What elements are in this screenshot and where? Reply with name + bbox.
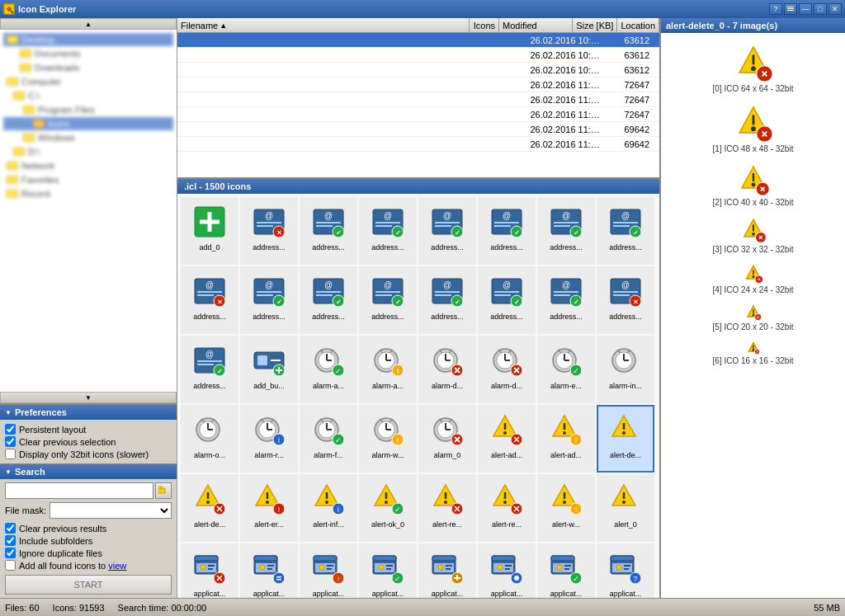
start-button[interactable]: START (5, 575, 172, 595)
display-32bit-row: Display only 32bit icons (slower) (5, 448, 172, 460)
icon-cell[interactable]: @ ✓ address... (359, 197, 417, 265)
clear-selection-checkbox[interactable] (5, 436, 16, 447)
sidebar-scroll-up[interactable]: ▲ (0, 18, 177, 30)
icon-cell[interactable]: ! alert-ad... (537, 405, 595, 473)
size-item[interactable]: [3] ICO 32 x 32 - 32bit (664, 214, 842, 257)
icon-cell[interactable]: applicat... (418, 543, 476, 598)
svg-point-476 (752, 233, 755, 236)
search-header[interactable]: ▼ Search (0, 464, 177, 479)
file-row[interactable]: 26.02.2016 10:49:52 63612 (177, 48, 659, 63)
icon-cell[interactable]: ! alarm-a... (359, 336, 417, 403)
help-button[interactable]: ? (769, 3, 782, 15)
preferences-header[interactable]: ▼ Preferences (0, 405, 177, 420)
icon-cell[interactable]: ✓ applicat... (359, 543, 417, 598)
icon-cell[interactable]: alarm_0 (418, 405, 476, 473)
file-row[interactable]: 26.02.2016 11:08:40 72647 (177, 78, 659, 92)
icon-label: applicat... (372, 590, 404, 598)
icon-cell[interactable]: @ ✓ address... (478, 266, 536, 334)
icon-cell[interactable]: @ ✕ address... (181, 266, 238, 334)
svg-rect-299 (492, 556, 515, 561)
icon-cell[interactable]: ? applicat... (597, 543, 654, 598)
icon-cell[interactable]: alert-re... (478, 474, 536, 542)
icon-cell[interactable]: alert_0 (597, 474, 654, 542)
file-row[interactable]: 26.02.2016 11:22:08 69642 (177, 137, 659, 152)
file-row[interactable]: 26.02.2016 10:43:50 63612 (177, 63, 659, 78)
icon-cell[interactable]: @ ✓ address... (418, 266, 476, 334)
filemask-select[interactable] (50, 502, 172, 519)
col-header-filename[interactable]: Filename ▲ (177, 18, 470, 32)
icon-cell[interactable]: @ ✓ address... (359, 266, 417, 334)
icon-cell[interactable]: ✓ alarm-e... (537, 336, 595, 403)
size-item[interactable]: [0] ICO 64 x 64 - 32bit (664, 40, 842, 96)
extra-button[interactable] (784, 3, 797, 15)
icon-cell[interactable]: @ ✕ address... (240, 197, 298, 265)
icon-cell[interactable]: ! alarm-w... (359, 405, 417, 473)
svg-text:✓: ✓ (574, 299, 579, 306)
include-subfolders-checkbox[interactable] (5, 535, 16, 546)
icon-cell[interactable]: alert-re... (418, 474, 476, 542)
minimize-button[interactable]: — (799, 3, 812, 15)
col-header-size[interactable]: Size [KB] (573, 18, 617, 32)
icon-cell[interactable]: @ ✓ address... (597, 197, 654, 265)
icon-cell[interactable]: ! alert-w... (537, 474, 595, 542)
icon-cell[interactable]: add_bu... (240, 336, 298, 403)
close-button[interactable]: ✕ (828, 3, 842, 15)
icon-cell[interactable]: applicat... (478, 543, 536, 598)
persistent-layout-checkbox[interactable] (5, 424, 16, 435)
icon-cell[interactable]: alarm-o... (181, 405, 238, 473)
file-row[interactable]: 26.02.2016 10:39:06 63612 (177, 33, 659, 48)
icon-cell[interactable]: ✓ alert-ok_0 (359, 474, 417, 542)
icon-cell[interactable]: ! alert-er... (240, 474, 298, 542)
display-32bit-checkbox[interactable] (5, 449, 16, 459)
icon-cell[interactable]: @ ✕ address... (597, 266, 654, 334)
icon-cell[interactable]: alarm-d... (418, 336, 476, 403)
size-item[interactable]: [6] ICO 16 x 16 - 32bit (664, 338, 842, 369)
sidebar-scroll-down[interactable]: ▼ (0, 392, 177, 403)
icon-grid-scroll[interactable]: add_0 @ ✕ address... @ ✓ address... @ ✓ … (177, 194, 659, 598)
size-item[interactable]: [4] ICO 24 x 24 - 32bit (664, 261, 842, 298)
file-row[interactable]: 26.02.2016 11:17:30 69642 (177, 122, 659, 137)
clear-results-checkbox[interactable] (5, 523, 16, 534)
view-link[interactable]: view (108, 561, 126, 571)
icon-cell[interactable]: @ ✓ address... (537, 266, 595, 334)
search-input[interactable] (5, 482, 153, 499)
icon-image: ! (309, 548, 348, 588)
icon-cell[interactable]: @ ✓ address... (240, 266, 298, 334)
file-row[interactable]: 26.02.2016 11:11:48 72647 (177, 92, 659, 107)
icon-cell[interactable]: i alarm-r... (240, 405, 298, 473)
icon-image (249, 548, 289, 588)
icon-cell[interactable]: @ ✓ address... (537, 197, 595, 265)
icon-cell[interactable]: @ ✓ address... (300, 266, 357, 334)
icon-cell[interactable]: ✓ applicat... (537, 543, 595, 598)
size-item[interactable]: [2] ICO 40 x 40 - 32bit (664, 160, 842, 210)
add-found-icons-checkbox[interactable] (5, 560, 16, 571)
icon-cell[interactable]: @ ✓ address... (418, 197, 476, 265)
maximize-button[interactable]: □ (814, 3, 827, 15)
icon-cell[interactable]: alarm-in... (597, 336, 654, 403)
icon-cell[interactable]: @ ✓ address... (181, 336, 238, 403)
col-header-modified[interactable]: Modified (499, 18, 573, 32)
size-item[interactable]: [1] ICO 48 x 48 - 32bit (664, 100, 842, 157)
col-header-location[interactable]: Location (617, 18, 659, 32)
size-item[interactable]: [5] ICO 20 x 20 - 32bit (664, 301, 842, 335)
icon-cell[interactable]: @ ✓ address... (300, 197, 357, 265)
icon-cell[interactable]: alert-ad... (478, 405, 536, 473)
sidebar-tree[interactable]: Desktop Documents Downloads Computer (0, 30, 177, 392)
icon-cell[interactable]: alarm-d... (478, 336, 536, 403)
icon-cell[interactable]: ✓ alarm-f... (300, 405, 357, 473)
icon-label: add_bu... (253, 382, 285, 391)
icon-cell[interactable]: applicat... (240, 543, 298, 598)
right-panel: alert-delete_0 - 7 image(s) [0] ICO 64 x… (659, 18, 845, 598)
icon-cell[interactable]: ✓ alarm-a... (300, 336, 357, 403)
icon-cell[interactable]: add_0 (181, 197, 238, 265)
col-header-icons[interactable]: Icons (470, 18, 499, 32)
file-row[interactable]: 26.02.2016 11:10:30 72647 (177, 107, 659, 122)
icon-cell[interactable]: ! applicat... (300, 543, 357, 598)
icon-cell[interactable]: @ ✓ address... (478, 197, 536, 265)
icon-cell[interactable]: i alert-inf... (300, 474, 357, 542)
ignore-duplicate-checkbox[interactable] (5, 548, 16, 558)
icon-cell[interactable]: applicat... (181, 543, 238, 598)
search-browse-button[interactable] (155, 482, 172, 499)
icon-cell[interactable]: alert-de... (597, 405, 654, 473)
icon-cell[interactable]: alert-de... (181, 474, 238, 542)
